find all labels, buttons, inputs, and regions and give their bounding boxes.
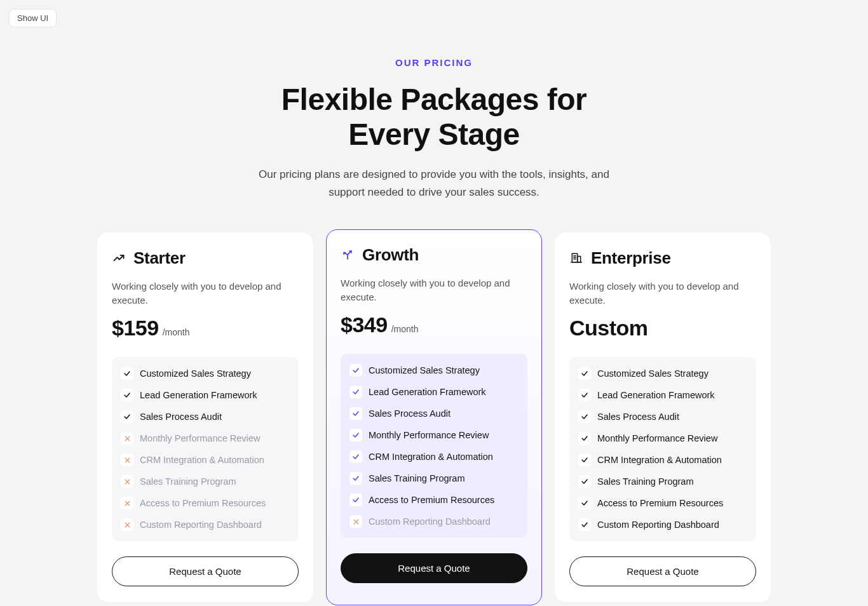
- feature-item: Customized Sales Strategy: [577, 365, 749, 382]
- check-icon: [121, 367, 133, 380]
- feature-list: Customized Sales StrategyLead Generation…: [112, 357, 299, 541]
- check-icon: [578, 367, 591, 380]
- pricing-card-growth: GrowthWorking closely with you to develo…: [326, 229, 542, 606]
- check-icon: [578, 475, 591, 488]
- building-icon: [569, 251, 583, 265]
- feature-list: Customized Sales StrategyLead Generation…: [569, 357, 756, 541]
- feature-label: Customized Sales Strategy: [140, 368, 251, 379]
- price: Custom: [569, 316, 648, 340]
- cross-icon: [121, 518, 133, 531]
- check-icon: [349, 472, 362, 485]
- feature-item: Sales Training Program: [119, 473, 291, 490]
- feature-label: Sales Process Audit: [369, 408, 451, 419]
- feature-label: Lead Generation Framework: [369, 387, 486, 397]
- feature-item: Sales Process Audit: [348, 405, 520, 422]
- headline-line-2: Every Stage: [348, 118, 519, 151]
- price-period: /month: [163, 327, 190, 337]
- plan-header: Growth: [341, 245, 527, 265]
- trend-icon: [112, 251, 126, 265]
- feature-item: Lead Generation Framework: [119, 386, 291, 404]
- feature-item: Custom Reporting Dashboard: [348, 513, 520, 530]
- feature-label: Access to Premium Resources: [597, 498, 723, 508]
- price-row: Custom: [569, 316, 756, 340]
- feature-item: Sales Training Program: [577, 473, 749, 490]
- feature-label: Custom Reporting Dashboard: [597, 520, 719, 530]
- feature-item: Sales Process Audit: [577, 408, 749, 426]
- feature-label: Sales Training Program: [369, 473, 465, 483]
- cross-icon: [349, 515, 362, 528]
- svg-rect-12: [572, 254, 577, 262]
- cross-icon: [121, 454, 133, 466]
- feature-label: Access to Premium Resources: [369, 495, 494, 505]
- feature-label: Monthly Performance Review: [369, 430, 489, 440]
- show-ui-button[interactable]: Show UI: [9, 9, 57, 27]
- feature-list: Customized Sales StrategyLead Generation…: [341, 354, 527, 538]
- feature-label: Lead Generation Framework: [140, 390, 257, 400]
- cross-icon: [121, 475, 133, 488]
- check-icon: [349, 407, 362, 420]
- feature-item: Access to Premium Resources: [348, 491, 520, 509]
- feature-item: Lead Generation Framework: [577, 386, 749, 404]
- headline: Flexible Packages for Every Stage: [16, 82, 852, 152]
- check-icon: [349, 429, 362, 441]
- request-quote-button[interactable]: Request a Quote: [341, 553, 527, 583]
- feature-label: Sales Training Program: [597, 476, 694, 487]
- check-icon: [349, 494, 362, 506]
- pricing-section: OUR PRICING Flexible Packages for Every …: [16, 0, 852, 602]
- feature-item: Sales Training Program: [348, 469, 520, 487]
- feature-label: Sales Process Audit: [597, 412, 679, 422]
- feature-label: Custom Reporting Dashboard: [369, 516, 491, 527]
- feature-label: Monthly Performance Review: [140, 433, 260, 443]
- check-icon: [349, 450, 362, 463]
- feature-label: Sales Process Audit: [140, 412, 222, 422]
- check-icon: [578, 454, 591, 466]
- feature-item: CRM Integration & Automation: [119, 451, 291, 469]
- feature-item: Customized Sales Strategy: [348, 361, 520, 379]
- feature-label: CRM Integration & Automation: [369, 452, 493, 462]
- price-period: /month: [391, 324, 419, 334]
- feature-label: Monthly Performance Review: [597, 433, 717, 443]
- feature-item: Access to Premium Resources: [577, 494, 749, 512]
- branch-icon: [341, 248, 355, 262]
- check-icon: [578, 518, 591, 531]
- subhead: Our pricing plans are designed to provid…: [256, 166, 612, 200]
- request-quote-button[interactable]: Request a Quote: [569, 556, 756, 586]
- check-icon: [121, 389, 133, 401]
- plan-description: Working closely with you to develop and …: [112, 279, 299, 307]
- feature-item: CRM Integration & Automation: [577, 451, 749, 469]
- feature-label: Sales Training Program: [140, 476, 236, 487]
- price-row: $349/month: [341, 313, 527, 337]
- feature-label: Lead Generation Framework: [597, 390, 715, 400]
- feature-label: Customized Sales Strategy: [597, 368, 709, 379]
- check-icon: [349, 364, 362, 377]
- feature-label: CRM Integration & Automation: [140, 455, 264, 465]
- check-icon: [578, 497, 591, 509]
- eyebrow: OUR PRICING: [16, 57, 852, 68]
- feature-label: Customized Sales Strategy: [369, 365, 480, 375]
- check-icon: [121, 410, 133, 423]
- cross-icon: [121, 497, 133, 509]
- check-icon: [349, 386, 362, 398]
- check-icon: [578, 432, 591, 445]
- check-icon: [578, 410, 591, 423]
- check-icon: [578, 389, 591, 401]
- plan-name: Starter: [133, 248, 186, 268]
- feature-item: Monthly Performance Review: [119, 429, 291, 447]
- feature-item: Monthly Performance Review: [348, 426, 520, 444]
- plan-name: Enterprise: [591, 248, 671, 268]
- request-quote-button[interactable]: Request a Quote: [112, 556, 299, 586]
- plan-name: Growth: [362, 245, 419, 265]
- feature-label: CRM Integration & Automation: [597, 455, 722, 465]
- feature-item: CRM Integration & Automation: [348, 448, 520, 466]
- feature-item: Customized Sales Strategy: [119, 365, 291, 382]
- pricing-card-enterprise: EnterpriseWorking closely with you to de…: [555, 232, 771, 603]
- feature-item: Monthly Performance Review: [577, 429, 749, 447]
- pricing-cards: StarterWorking closely with you to devel…: [16, 232, 852, 603]
- plan-description: Working closely with you to develop and …: [569, 279, 756, 307]
- price-row: $159/month: [112, 316, 299, 340]
- plan-header: Enterprise: [569, 248, 756, 268]
- feature-label: Access to Premium Resources: [140, 498, 266, 508]
- feature-item: Access to Premium Resources: [119, 494, 291, 512]
- feature-label: Custom Reporting Dashboard: [140, 520, 262, 530]
- headline-line-1: Flexible Packages for: [281, 83, 587, 116]
